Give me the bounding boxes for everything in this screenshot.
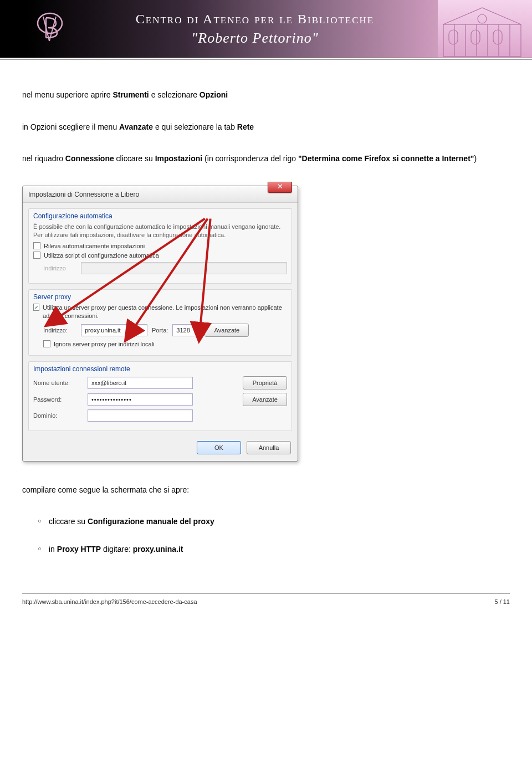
text-bold: proxy.unina.it	[133, 545, 183, 554]
text: e qui selezionare la tab	[153, 122, 237, 131]
text-bold: "Determina come Firefox si connette a In…	[298, 154, 474, 163]
proxy-advanced-button[interactable]: Avanzate	[204, 324, 249, 337]
text: nel menu superiore aprire	[22, 90, 112, 99]
proxy-address-label: Indirizzo:	[43, 327, 76, 334]
checkbox-auto-detect[interactable]	[33, 242, 40, 249]
text: )	[474, 154, 477, 163]
properties-button[interactable]: Proprietà	[243, 376, 287, 390]
footer-page-number: 5 / 11	[494, 598, 510, 605]
text-bold: Impostazioni	[155, 154, 203, 163]
close-icon: ✕	[277, 182, 283, 191]
close-button[interactable]: ✕	[268, 182, 292, 193]
domain-label: Dominio:	[33, 412, 83, 419]
script-address-input[interactable]	[81, 262, 287, 274]
username-row: Nome utente: xxx@libero.it Proprietà	[33, 376, 287, 390]
auto-detect-row: Rileva automaticamente impostazioni	[33, 242, 287, 249]
banner-title-line1: Centro di Ateneo per le Biblioteche	[136, 12, 374, 27]
dialog-buttons: OK Annulla	[23, 437, 298, 461]
checkbox-label: Utilizza un server proxy per questa conn…	[43, 304, 287, 320]
logo	[28, 6, 72, 53]
banner-illustration	[438, 0, 532, 58]
password-row: Password: ••••••••••••••• Avanzate	[33, 393, 287, 406]
auto-script-row: Utilizza script di configurazione automa…	[33, 252, 287, 259]
checkbox-label: Ignora server proxy per indirizzi locali	[54, 341, 155, 347]
checkbox-bypass-local[interactable]	[43, 340, 50, 347]
paragraph-1: nel menu superiore aprire Strumenti e se…	[22, 90, 510, 101]
text-bold: Connessione	[65, 154, 114, 163]
instruction-list: cliccare su Configurazione manuale del p…	[22, 517, 510, 554]
header-banner: Centro di Ateneo per le Biblioteche "Rob…	[0, 0, 532, 58]
banner-title-line2: "Roberto Pettorino"	[191, 30, 318, 47]
page-content: nel menu superiore aprire Strumenti e se…	[0, 63, 532, 583]
text: in Opzioni scegliere il menu	[22, 122, 119, 131]
proxy-address-row: Indirizzo: proxy.unina.it Porta: 3128 Av…	[33, 324, 287, 337]
paragraph-2: in Opzioni scegliere il menu Avanzate e …	[22, 122, 510, 133]
text: in	[49, 545, 57, 554]
remote-section: Impostazioni connessioni remote Nome ute…	[28, 361, 292, 431]
use-proxy-row: ✓ Utilizza un server proxy per questa co…	[33, 304, 287, 320]
remote-advanced-button[interactable]: Avanzate	[243, 393, 287, 406]
text: cliccare su	[114, 154, 155, 163]
domain-input[interactable]	[88, 409, 193, 422]
proxy-address-input[interactable]: proxy.unina.it	[81, 324, 147, 336]
proxy-port-input[interactable]: 3128	[172, 324, 200, 336]
text-bold: Strumenti	[112, 90, 149, 99]
proxy-section: Server proxy ✓ Utilizza un server proxy …	[28, 289, 292, 356]
section-heading: Impostazioni connessioni remote	[33, 365, 287, 373]
proxy-port-label: Porta:	[152, 327, 168, 334]
footer-url: http://www.sba.unina.it/index.php?it/156…	[22, 598, 197, 605]
username-label: Nome utente:	[33, 380, 83, 386]
ok-button[interactable]: OK	[197, 441, 241, 454]
text-bold: Opzioni	[200, 90, 228, 99]
header-divider	[0, 59, 532, 60]
password-input[interactable]: •••••••••••••••	[88, 393, 193, 406]
username-input[interactable]: xxx@libero.it	[88, 377, 193, 389]
text-bold: Avanzate	[119, 122, 153, 131]
paragraph-3: nel riquadro Connessione cliccare su Imp…	[22, 153, 510, 165]
svg-rect-10	[471, 30, 480, 44]
connection-settings-dialog: ✕ Impostazioni di Connessione a Libero C…	[22, 186, 298, 462]
text: nel riquadro	[22, 154, 65, 163]
text-bold: Configurazione manuale del proxy	[88, 517, 214, 526]
text: e selezionare	[149, 90, 200, 99]
svg-rect-1	[443, 24, 521, 57]
section-heading: Configurazione automatica	[33, 212, 287, 220]
text-bold: Proxy HTTP	[57, 545, 101, 554]
text: cliccare su	[49, 517, 88, 526]
paragraph-4: compilare come segue la schermata che si…	[22, 485, 510, 496]
script-address-row: Indirizzo	[33, 262, 287, 274]
checkbox-use-proxy[interactable]: ✓	[33, 304, 39, 311]
auto-config-desc: È possibile che con la configurazione au…	[33, 223, 287, 239]
cancel-button[interactable]: Annulla	[247, 441, 291, 454]
checkbox-label: Rileva automaticamente impostazioni	[44, 243, 145, 249]
section-heading: Server proxy	[33, 293, 287, 301]
building-illustration-icon	[438, 2, 526, 58]
auto-config-section: Configurazione automatica È possibile ch…	[28, 208, 292, 284]
page-footer: http://www.sba.unina.it/index.php?it/156…	[0, 594, 532, 615]
checkbox-label: Utilizza script di configurazione automa…	[44, 252, 159, 259]
bypass-local-row: Ignora server proxy per indirizzi locali	[33, 340, 287, 347]
domain-row: Dominio:	[33, 409, 287, 422]
banner-titles: Centro di Ateneo per le Biblioteche "Rob…	[72, 12, 438, 47]
svg-rect-11	[493, 30, 502, 44]
dialog-title: Impostazioni di Connessione a Libero	[23, 186, 298, 203]
checkbox-use-script[interactable]	[33, 252, 40, 259]
svg-point-0	[38, 13, 62, 33]
address-label: Indirizzo	[43, 265, 76, 271]
list-item: in Proxy HTTP digitare: proxy.unina.it	[49, 545, 510, 554]
logo-monogram-icon	[35, 12, 65, 45]
list-item: cliccare su Configurazione manuale del p…	[49, 517, 510, 526]
svg-point-2	[478, 14, 487, 23]
text: digitare:	[101, 545, 133, 554]
password-label: Password:	[33, 396, 83, 403]
text-bold: Rete	[237, 122, 254, 131]
text: (in corrispondenza del rigo	[202, 154, 298, 163]
svg-rect-9	[449, 30, 458, 44]
